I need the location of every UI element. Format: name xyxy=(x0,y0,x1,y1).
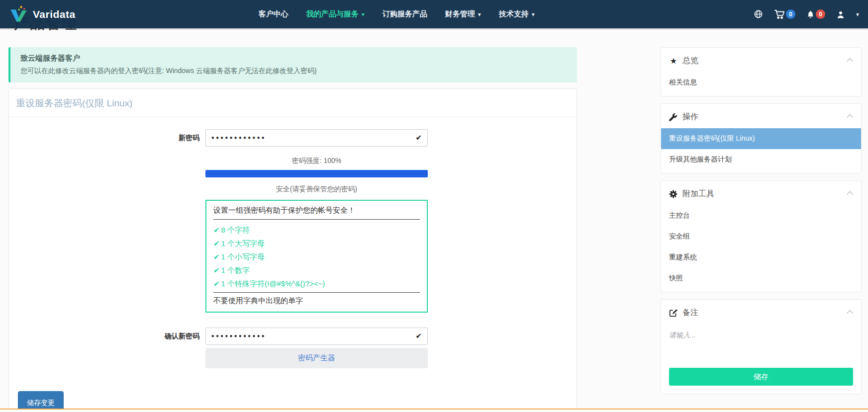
requirement-item: ✔ 1 个大写字母 xyxy=(213,237,420,250)
valid-check-icon: ✔ xyxy=(415,331,422,340)
requirement-item: ✔ 1 个特殊字符(!@#$%^&()?><~) xyxy=(213,277,420,290)
nav-item-order-services[interactable]: 订购服务产品 xyxy=(383,9,427,19)
notes-title: 备注 xyxy=(682,308,698,318)
password-generator-button[interactable]: 密码产生器 xyxy=(205,348,428,368)
collapse-chevron-up-icon[interactable] xyxy=(847,191,853,197)
cart-button[interactable]: 0 xyxy=(774,9,795,20)
requirement-item: ✔ 1 个数字 xyxy=(213,263,420,277)
account-button[interactable] xyxy=(836,10,845,19)
cart-count-badge: 0 xyxy=(786,9,795,19)
actions-card: 操作 重设服务器密码(仅限 Linux) 升级其他服务器计划 xyxy=(661,103,862,173)
new-password-label: 新密码 xyxy=(9,129,205,143)
collapse-chevron-up-icon[interactable] xyxy=(847,114,853,120)
collapse-chevron-up-icon[interactable] xyxy=(847,310,853,316)
check-icon: ✔ xyxy=(213,250,220,263)
sidebar-item-security-group[interactable]: 安全组 xyxy=(661,226,861,247)
bell-icon xyxy=(806,10,815,19)
check-icon: ✔ xyxy=(213,223,220,237)
sidebar-item-snapshot[interactable]: 快照 xyxy=(661,268,861,289)
new-password-input[interactable] xyxy=(205,129,428,147)
overview-title: 总览 xyxy=(682,56,698,66)
requirement-item: ✔ 1 个小写字母 xyxy=(213,250,420,263)
check-icon: ✔ xyxy=(213,237,220,250)
notes-card: 备注 储存 xyxy=(661,299,862,394)
notes-save-button[interactable]: 储存 xyxy=(669,368,853,386)
footer-divider xyxy=(0,409,868,412)
language-globe-icon[interactable] xyxy=(754,9,763,19)
requirement-item: ✔ 8 个字符 xyxy=(213,223,420,237)
star-icon: ★ xyxy=(669,57,678,65)
sidebar-item-related-info[interactable]: 相关信息 xyxy=(661,72,861,93)
confirm-password-input[interactable] xyxy=(205,328,428,345)
requirements-footer: 不要使用字典中出现的单字 xyxy=(213,292,420,306)
chevron-down-icon: ▾ xyxy=(532,11,535,17)
confirm-password-label: 确认新密码 xyxy=(9,328,205,341)
panel-heading: 重设服务器密码(仅限 Linux) xyxy=(9,89,577,117)
password-strength-bar xyxy=(205,170,428,177)
cloud-customer-alert: 致云端服务器客户 您可以在此修改云端服务器内的登入密码(注意: Windows … xyxy=(8,47,577,82)
password-strength-label: 密码强度: 100% xyxy=(205,157,428,165)
notifications-button[interactable]: 0 xyxy=(806,9,825,19)
addon-tools-title: 附加工具 xyxy=(682,189,714,199)
account-chevron-down-icon[interactable]: ▾ xyxy=(856,11,859,18)
nav-item-support[interactable]: 技术支持 ▾ xyxy=(499,9,535,19)
actions-title: 操作 xyxy=(682,112,698,122)
alert-title: 致云端服务器客户 xyxy=(20,54,567,63)
top-navbar: Varidata 客户中心 我的产品与服务 ▾ 订购服务产品 财务管理 ▾ 技术… xyxy=(0,0,868,28)
password-strength-fill xyxy=(205,170,428,177)
secure-note: 安全(请妥善保管您的密码) xyxy=(205,185,428,194)
valid-check-icon: ✔ xyxy=(415,133,422,142)
main-menu: 客户中心 我的产品与服务 ▾ 订购服务产品 财务管理 ▾ 技术支持 ▾ xyxy=(259,9,535,19)
chevron-down-icon: ▾ xyxy=(478,11,481,17)
nav-item-billing[interactable]: 财务管理 ▾ xyxy=(445,9,481,19)
sidebar-item-console[interactable]: 主控台 xyxy=(661,205,861,226)
overview-card: ★ 总览 相关信息 xyxy=(661,47,862,96)
requirements-intro: 设置一组强密码有助于保护您的帐号安全！ xyxy=(213,206,420,220)
notes-input[interactable] xyxy=(661,324,861,363)
reset-password-panel: 重设服务器密码(仅限 Linux) 新密码 ✔ 密码强度: 100% xyxy=(8,88,577,412)
chevron-down-icon: ▾ xyxy=(362,11,365,17)
varidata-logo-icon xyxy=(9,5,30,23)
notification-count-badge: 0 xyxy=(816,9,825,19)
user-icon xyxy=(836,10,845,19)
password-requirements-box: 设置一组强密码有助于保护您的帐号安全！ ✔ 8 个字符 ✔ 1 个大写字母 xyxy=(205,200,428,313)
collapse-chevron-up-icon[interactable] xyxy=(847,58,853,64)
sidebar-item-reset-password[interactable]: 重设服务器密码(仅限 Linux) xyxy=(661,128,861,149)
addon-tools-card: 附加工具 主控台 安全组 重建系统 快照 xyxy=(661,180,862,292)
sidebar-item-rebuild-system[interactable]: 重建系统 xyxy=(661,247,861,268)
logo[interactable]: Varidata xyxy=(9,5,76,23)
cart-icon xyxy=(774,9,785,20)
alert-body: 您可以在此修改云端服务器内的登入密码(注意: Windows 云端服务器客户无法… xyxy=(20,67,567,76)
gear-icon xyxy=(669,190,678,198)
nav-item-my-products[interactable]: 我的产品与服务 ▾ xyxy=(306,9,365,19)
logo-text: Varidata xyxy=(33,8,76,20)
navbar-right: 0 0 ▾ xyxy=(754,9,859,20)
check-icon: ✔ xyxy=(213,263,220,277)
wrench-icon xyxy=(669,113,678,121)
sidebar-item-upgrade-plan[interactable]: 升级其他服务器计划 xyxy=(661,149,861,170)
edit-pencil-icon xyxy=(669,309,678,317)
nav-item-client-area[interactable]: 客户中心 xyxy=(259,9,289,19)
check-icon: ✔ xyxy=(213,277,220,290)
